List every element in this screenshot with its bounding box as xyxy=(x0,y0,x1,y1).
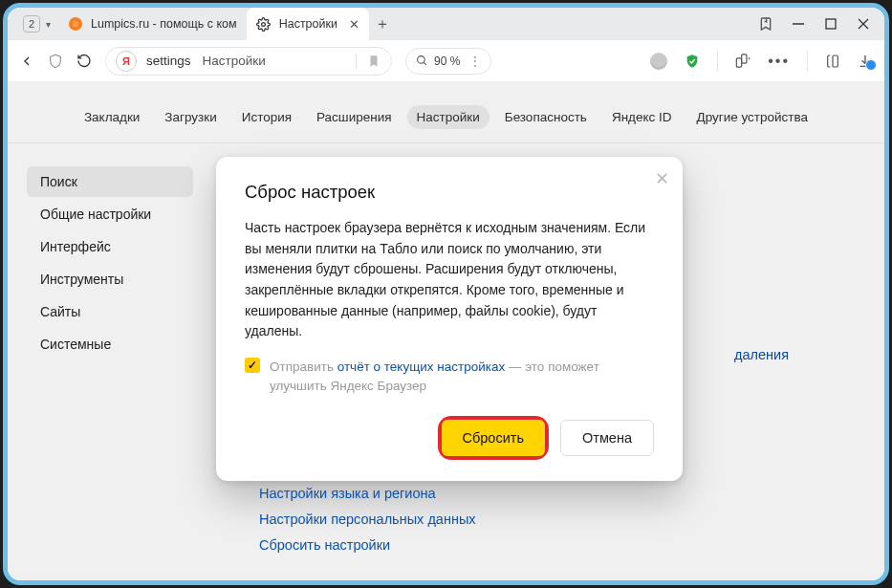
browser-window: 2 ▾ Lumpics.ru - помощь с ком Настройки … xyxy=(3,3,889,585)
dialog-title: Сброс настроек xyxy=(245,182,654,203)
leftnav-item[interactable]: Инструменты xyxy=(27,264,193,294)
settings-link[interactable]: Сбросить настройки xyxy=(259,537,476,553)
svg-rect-4 xyxy=(826,19,836,29)
tab-label: Lumpics.ru - помощь с ком xyxy=(91,17,237,31)
settings-link[interactable]: Настройки персональных данных xyxy=(259,512,476,527)
settings-link[interactable]: Настройки языка и региона xyxy=(259,486,476,501)
zoom-label: 90 % xyxy=(434,54,460,68)
gear-icon xyxy=(256,16,272,32)
svg-point-2 xyxy=(262,22,266,26)
leftnav-item[interactable]: Сайты xyxy=(27,296,193,327)
sidebar-icon[interactable] xyxy=(825,54,840,69)
reset-settings-dialog: ✕ Сброс настроек Часть настроек браузера… xyxy=(216,157,683,481)
send-report-row[interactable]: ✓ Отправить отчёт о текущих настройках —… xyxy=(245,358,654,397)
window-minimize-button[interactable] xyxy=(791,16,806,32)
topnav-item[interactable]: Яндекс ID xyxy=(602,105,682,129)
chevron-down-icon: ▾ xyxy=(46,19,51,30)
yandex-icon: Я xyxy=(116,51,137,72)
checkbox-checked-icon[interactable]: ✓ xyxy=(245,358,260,373)
back-button[interactable] xyxy=(19,54,34,69)
svg-rect-9 xyxy=(737,58,742,67)
topnav-item[interactable]: Другие устройства xyxy=(687,105,818,129)
new-tab-button[interactable]: ＋ xyxy=(375,16,390,32)
tab-label: Настройки xyxy=(279,17,337,31)
downloads-icon[interactable]: 2 xyxy=(858,54,873,69)
content-area: ЗакладкиЗагрузкиИсторияРасширенияНастрой… xyxy=(8,82,884,580)
dialog-body: Часть настроек браузера вернётся к исход… xyxy=(245,218,654,342)
url-title: Настройки xyxy=(203,54,266,68)
shield-check-icon[interactable] xyxy=(685,54,700,69)
leftnav-item[interactable]: Поиск xyxy=(27,166,193,197)
svg-rect-10 xyxy=(742,54,747,63)
window-close-button[interactable] xyxy=(856,16,871,32)
address-bar[interactable]: Я settings Настройки xyxy=(105,47,392,76)
leftnav-item[interactable]: Системные xyxy=(27,329,193,359)
tab-lumpics[interactable]: Lumpics.ru - помощь с ком xyxy=(58,8,247,40)
toolbar: Я settings Настройки 90 % ⋮ ••• xyxy=(8,40,884,82)
highlight-frame: Сбросить xyxy=(442,420,545,456)
reset-button[interactable]: Сбросить xyxy=(442,420,545,456)
settings-left-nav: ПоискОбщие настройкиИнтерфейсИнструменты… xyxy=(8,143,213,582)
close-icon[interactable]: ✕ xyxy=(349,17,359,32)
bookmark-ribbon-icon[interactable] xyxy=(758,16,773,32)
globe-icon[interactable] xyxy=(650,53,667,70)
orange-circle-icon xyxy=(68,16,83,32)
tab-count-badge: 2 xyxy=(23,15,40,33)
checkbox-label: Отправить отчёт о текущих настройках — э… xyxy=(270,358,654,397)
leftnav-item[interactable]: Интерфейс xyxy=(27,231,193,262)
settings-top-nav: ЗакладкиЗагрузкиИсторияРасширенияНастрой… xyxy=(8,96,884,143)
topnav-item[interactable]: Настройки xyxy=(407,105,490,129)
report-link[interactable]: отчёт о текущих настройках xyxy=(337,359,506,374)
settings-link-list-visible: Настройки языка и регионаНастройки персо… xyxy=(259,475,476,563)
svg-rect-11 xyxy=(833,55,838,67)
tab-settings[interactable]: Настройки ✕ xyxy=(247,8,369,40)
svg-line-8 xyxy=(424,62,426,65)
bookmark-icon[interactable] xyxy=(366,54,381,69)
topnav-item[interactable]: История xyxy=(232,105,301,129)
extension-icon[interactable] xyxy=(735,54,751,69)
topnav-item[interactable]: Закладки xyxy=(75,105,149,129)
svg-point-7 xyxy=(418,56,425,64)
topnav-item[interactable]: Безопасность xyxy=(495,105,597,129)
leftnav-item[interactable]: Общие настройки xyxy=(27,199,193,229)
topnav-item[interactable]: Загрузки xyxy=(155,105,226,129)
more-dots-icon[interactable]: ••• xyxy=(768,53,790,70)
cancel-button[interactable]: Отмена xyxy=(560,420,654,456)
reload-button[interactable] xyxy=(76,54,92,69)
zoom-indicator[interactable]: 90 % ⋮ xyxy=(405,48,491,75)
vertical-dots-icon[interactable]: ⋮ xyxy=(469,54,481,68)
window-maximize-button[interactable] xyxy=(823,16,838,32)
topnav-item[interactable]: Расширения xyxy=(307,105,402,129)
shield-outline-icon[interactable] xyxy=(48,54,63,69)
svg-point-1 xyxy=(73,21,78,27)
tab-strip: 2 ▾ Lumpics.ru - помощь с ком Настройки … xyxy=(8,8,884,40)
close-icon[interactable]: ✕ xyxy=(655,168,669,189)
url-path: settings xyxy=(146,54,191,68)
tab-counter[interactable]: 2 ▾ xyxy=(15,8,58,40)
